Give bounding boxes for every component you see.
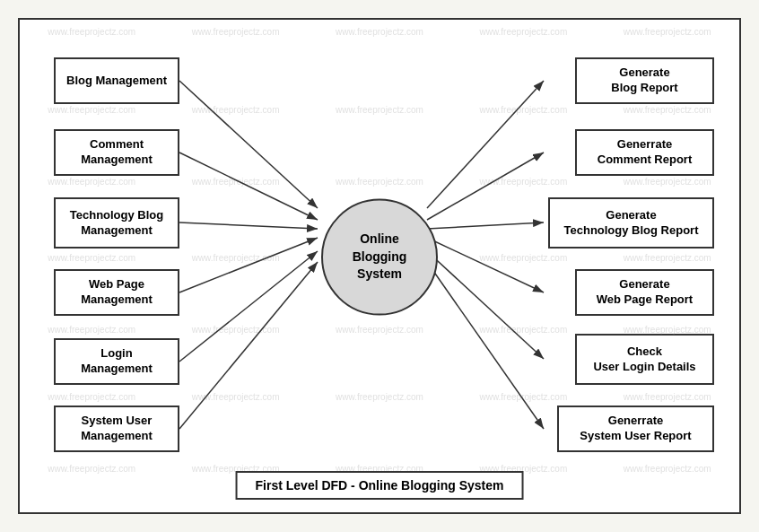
box-tech-blog-management: Technology BlogManagement [54, 197, 179, 249]
diagram-container: Blog Management Comment Management Techn… [18, 18, 741, 514]
svg-line-8 [427, 153, 544, 220]
box-generate-tech-blog-report: GenerateTechnology Blog Report [548, 197, 714, 249]
svg-line-4 [179, 238, 318, 292]
svg-line-12 [427, 262, 544, 429]
box-generate-webpage-report: GenerateWeb Page Report [575, 269, 714, 316]
svg-line-6 [179, 262, 318, 429]
box-login-management: LoginManagement [54, 338, 179, 385]
svg-line-9 [427, 222, 544, 229]
bottom-label: First Level DFD - Online Blogging System [236, 471, 524, 500]
svg-line-11 [427, 251, 544, 359]
svg-line-3 [179, 222, 318, 229]
box-check-user-login: CheckUser Login Details [575, 334, 714, 385]
svg-line-10 [427, 238, 544, 292]
center-circle: OnlineBloggingSystem [321, 198, 438, 315]
box-generate-sysuser-report: GenerrateSystem User Report [557, 406, 714, 452]
box-blog-management: Blog Management [54, 57, 179, 104]
box-generate-blog-report: GenerateBlog Report [575, 57, 714, 104]
box-webpage-management: Web PageManagement [54, 269, 179, 316]
diagram-inner: Blog Management Comment Management Techn… [20, 20, 739, 512]
box-comment-management: Comment Management [54, 129, 179, 176]
box-generate-comment-report: GenerrateComment Report [575, 129, 714, 176]
svg-line-1 [179, 81, 318, 208]
center-label: OnlineBloggingSystem [353, 231, 407, 283]
svg-line-2 [179, 153, 318, 220]
svg-line-5 [179, 251, 318, 362]
svg-line-7 [427, 81, 544, 208]
box-system-user-management: System UserManagement [54, 406, 179, 452]
